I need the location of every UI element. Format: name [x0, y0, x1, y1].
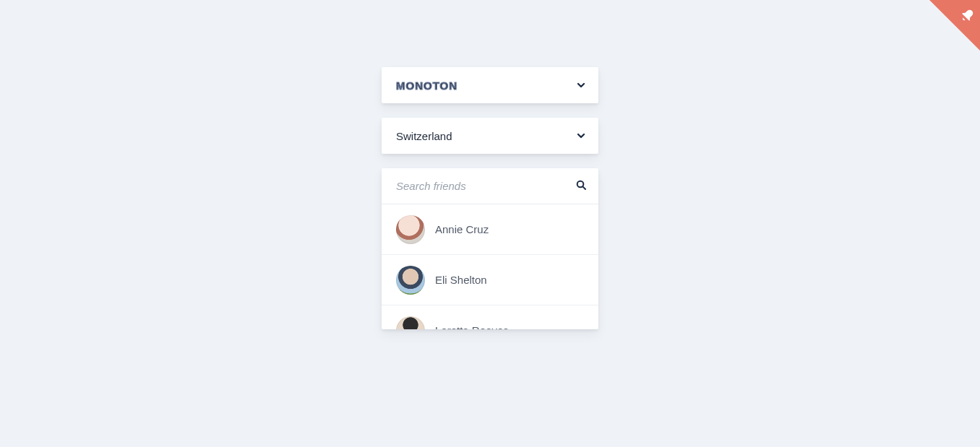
list-item[interactable]: Eli Shelton	[382, 255, 598, 305]
friend-name: Eli Shelton	[435, 274, 487, 286]
friends-search-row	[382, 168, 598, 204]
list-item[interactable]: Loretta Reeves	[382, 305, 598, 329]
friends-list[interactable]: Annie Cruz Eli Shelton Loretta Reeves	[382, 204, 598, 329]
avatar	[396, 316, 425, 330]
font-dropdown-label: Monoton	[396, 79, 457, 92]
avatar	[396, 266, 425, 295]
chevron-down-icon	[575, 130, 587, 142]
list-item[interactable]: Annie Cruz	[382, 204, 598, 255]
avatar	[396, 215, 425, 244]
font-dropdown[interactable]: Monoton	[382, 67, 598, 103]
svg-line-1	[583, 186, 585, 189]
friends-panel: Annie Cruz Eli Shelton Loretta Reeves	[382, 168, 598, 329]
demo-container: Monoton Switzerland Annie Cruz Eli Shelt…	[382, 0, 598, 329]
chevron-down-icon	[575, 79, 587, 91]
bell-icon	[954, 4, 979, 29]
search-input[interactable]	[396, 180, 555, 192]
corner-ribbon[interactable]	[929, 0, 980, 51]
country-dropdown-label: Switzerland	[396, 130, 452, 142]
friend-name: Annie Cruz	[435, 223, 489, 235]
search-icon[interactable]	[575, 179, 587, 194]
country-dropdown[interactable]: Switzerland	[382, 118, 598, 154]
friend-name: Loretta Reeves	[435, 324, 509, 329]
